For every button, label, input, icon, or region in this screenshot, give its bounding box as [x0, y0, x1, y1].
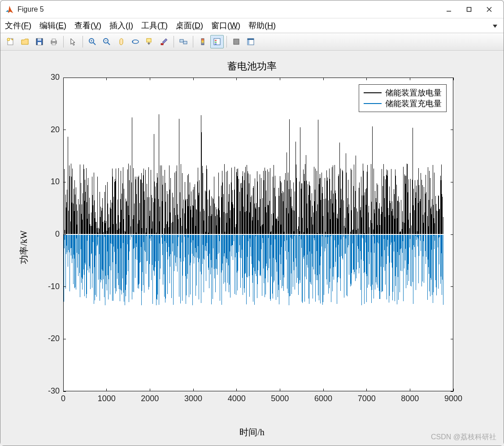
link-plot-button[interactable] [177, 35, 190, 48]
svg-rect-24 [161, 43, 163, 45]
titlebar: Figure 5 [0, 0, 504, 18]
x-tick: 0 [50, 394, 77, 403]
chart-title: 蓄电池功率 [1, 60, 503, 73]
show-tools-button[interactable] [244, 35, 257, 48]
menu-view[interactable]: 查看(V) [74, 20, 101, 31]
x-tick: 9000 [440, 394, 467, 403]
insert-colorbar-button[interactable] [196, 35, 209, 48]
brush-button[interactable] [157, 35, 171, 48]
zoom-out-button[interactable] [100, 35, 113, 48]
menu-tools[interactable]: 工具(T) [141, 20, 168, 31]
menu-insert[interactable]: 插入(I) [109, 20, 133, 31]
menu-help[interactable]: 帮助(H) [248, 20, 276, 31]
menubar: 文件(F) 编辑(E) 查看(V) 插入(I) 工具(T) 桌面(D) 窗口(W… [0, 18, 504, 33]
svg-rect-12 [52, 43, 56, 45]
figure-canvas[interactable]: 蓄电池功率 功率/kW 时间/h 储能装置放电量 储能装置充电量 -30-20-… [1, 52, 503, 445]
figure-area: 蓄电池功率 功率/kW 时间/h 储能装置放电量 储能装置充电量 -30-20-… [0, 51, 504, 446]
svg-rect-32 [234, 39, 239, 44]
x-tick: 1000 [93, 394, 120, 403]
x-axis-label: 时间/h [1, 426, 503, 438]
svg-rect-26 [183, 41, 187, 44]
svg-line-14 [93, 43, 96, 45]
toolbar-separator [226, 36, 227, 48]
legend[interactable]: 储能装置放电量 储能装置充电量 [359, 84, 447, 112]
y-axis-label: 功率/kW [18, 210, 30, 264]
svg-rect-11 [52, 39, 56, 41]
save-button[interactable] [33, 35, 46, 48]
svg-point-20 [132, 40, 139, 43]
hide-tools-button[interactable] [230, 35, 243, 48]
menu-file[interactable]: 文件(F) [5, 20, 31, 31]
minimize-button[interactable] [439, 3, 459, 16]
x-tick: 5000 [266, 394, 293, 403]
x-tick: 3000 [180, 394, 207, 403]
toolbar-separator [174, 36, 174, 48]
svg-line-18 [108, 43, 110, 45]
menu-window[interactable]: 窗口(W) [211, 20, 240, 31]
x-tick: 7000 [353, 394, 380, 403]
y-tick: 30 [40, 73, 60, 82]
legend-item-discharge[interactable]: 储能装置放电量 [364, 87, 442, 98]
legend-label: 储能装置充电量 [385, 98, 442, 109]
maximize-button[interactable] [459, 3, 479, 16]
watermark: CSDN @荔枝科研社 [431, 433, 496, 442]
matlab-icon [5, 5, 14, 14]
data-cursor-button[interactable] [143, 35, 156, 48]
menu-desktop[interactable]: 桌面(D) [176, 20, 203, 31]
close-button[interactable] [479, 3, 499, 16]
legend-label: 储能装置放电量 [385, 87, 442, 98]
x-tick: 4000 [223, 394, 250, 403]
open-button[interactable] [18, 35, 32, 48]
insert-legend-button[interactable] [210, 35, 224, 48]
x-tick: 8000 [396, 394, 423, 403]
axes[interactable]: 储能装置放电量 储能装置充电量 [63, 78, 453, 391]
window-title: Figure 5 [17, 5, 439, 13]
svg-rect-34 [248, 39, 254, 40]
legend-item-charge[interactable]: 储能装置充电量 [364, 98, 442, 109]
svg-point-6 [7, 38, 10, 41]
y-tick: 20 [40, 125, 60, 134]
y-tick: -10 [40, 282, 60, 291]
svg-rect-1 [467, 7, 471, 11]
svg-rect-27 [201, 39, 204, 45]
y-tick: -20 [40, 334, 60, 343]
toolbar-separator [193, 36, 193, 48]
rotate-3d-button[interactable] [129, 35, 142, 48]
x-tick: 6000 [310, 394, 337, 403]
y-tick: 0 [40, 229, 60, 239]
window-buttons [439, 3, 499, 16]
menu-overflow-icon[interactable] [492, 22, 498, 31]
svg-rect-35 [248, 40, 249, 45]
svg-rect-25 [180, 39, 183, 42]
svg-rect-9 [38, 42, 41, 45]
toolbar-separator [83, 36, 83, 48]
svg-rect-21 [147, 39, 151, 42]
toolbar-separator [63, 36, 64, 48]
print-button[interactable] [47, 35, 61, 48]
x-tick: 2000 [136, 394, 163, 403]
new-figure-button[interactable] [4, 35, 17, 48]
pan-button[interactable] [114, 35, 128, 48]
toolbar [0, 33, 504, 51]
svg-rect-8 [38, 39, 41, 41]
edit-pointer-button[interactable] [66, 35, 80, 48]
y-tick: 10 [40, 177, 60, 186]
zoom-in-button[interactable] [86, 35, 99, 48]
menu-edit[interactable]: 编辑(E) [39, 20, 66, 31]
figure-window: Figure 5 文件(F) 编辑(E) 查看(V) 插入(I) 工具(T) 桌… [0, 0, 504, 446]
bars-container [64, 78, 453, 391]
